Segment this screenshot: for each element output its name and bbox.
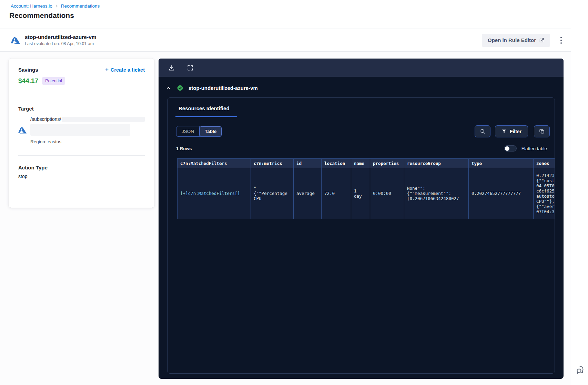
cell-id: average bbox=[294, 168, 322, 219]
cell-location: 72.0 bbox=[322, 168, 351, 219]
target-block: /subscriptions/ Region: eastus bbox=[18, 116, 145, 144]
download-icon bbox=[168, 64, 175, 71]
chevron-up-icon bbox=[166, 85, 171, 91]
summary-card: Savings + Create a ticket $44.17 Potenti… bbox=[9, 59, 154, 208]
support-chat-button[interactable] bbox=[575, 363, 587, 376]
resources-table: c7n:MatchedFilters c7n:metrics id locati… bbox=[177, 158, 555, 219]
redacted-subscription-id bbox=[62, 117, 145, 122]
cell-metrics: " {""Percentage CPU bbox=[251, 168, 294, 219]
col-header-location: location bbox=[322, 159, 351, 168]
table-header-row: c7n:MatchedFilters c7n:metrics id locati… bbox=[178, 159, 555, 168]
cell-zones: 0.21423 {""cost 04-05T0 c6cf625 autosto … bbox=[534, 168, 555, 219]
flatten-table-label: Flatten table bbox=[521, 146, 547, 151]
breadcrumb-current-link[interactable]: Recommendations bbox=[61, 3, 100, 9]
col-header-matched-filters: c7n:MatchedFilters bbox=[178, 159, 251, 168]
rows-count: 1 Rows bbox=[176, 146, 192, 151]
chat-bubbles-icon bbox=[575, 363, 587, 375]
cell-properties: 0:00:00 bbox=[370, 168, 404, 219]
last-evaluated-text: Last evaluated on: 08 Apr, 10:01 am bbox=[25, 41, 97, 46]
breadcrumb: Account: Harness.io Recommendations bbox=[11, 3, 100, 9]
card-divider bbox=[18, 96, 145, 96]
col-header-properties: properties bbox=[370, 159, 404, 168]
toggle-knob bbox=[505, 146, 509, 151]
plus-icon: + bbox=[105, 67, 109, 73]
azure-icon-small bbox=[18, 126, 27, 135]
breadcrumb-account-link[interactable]: Account: Harness.io bbox=[11, 3, 52, 9]
panel-toolbar bbox=[159, 59, 564, 77]
view-toggle-json[interactable]: JSON bbox=[176, 126, 200, 136]
create-ticket-link[interactable]: + Create a ticket bbox=[105, 67, 145, 73]
filter-label: Filter bbox=[510, 129, 521, 134]
fullscreen-icon bbox=[187, 64, 194, 71]
breadcrumb-separator-icon bbox=[55, 4, 59, 8]
page-title: Recommendations bbox=[9, 11, 74, 20]
download-button[interactable] bbox=[168, 64, 176, 72]
view-toggle: JSON Table bbox=[176, 126, 222, 137]
col-header-resource-group: resourceGroup bbox=[404, 159, 469, 168]
cell-matched-filters: [+]c7n:MatchedFilters[] bbox=[178, 168, 251, 219]
active-tab-underline bbox=[175, 116, 237, 117]
right-rail bbox=[571, 0, 588, 385]
action-type-value: stop bbox=[18, 174, 145, 179]
cell-name: 1 day bbox=[351, 168, 370, 219]
resources-table-container: c7n:MatchedFilters c7n:metrics id locati… bbox=[177, 158, 555, 219]
search-button[interactable] bbox=[475, 125, 490, 137]
potential-badge: Potential bbox=[42, 77, 65, 85]
copy-button[interactable] bbox=[534, 125, 550, 137]
action-type-label: Action Type bbox=[18, 165, 145, 170]
recommendation-header: stop-underutilized-azure-vm Last evaluat… bbox=[0, 29, 571, 52]
create-ticket-label: Create a ticket bbox=[111, 67, 145, 73]
savings-label: Savings bbox=[18, 67, 38, 73]
col-header-id: id bbox=[294, 159, 322, 168]
more-options-button[interactable] bbox=[556, 34, 566, 46]
fullscreen-button[interactable] bbox=[186, 64, 194, 72]
savings-amount: $44.17 bbox=[18, 77, 38, 85]
resources-panel: Resources Identified JSON Table Filter bbox=[167, 97, 555, 374]
section-header: stop-underutilized-azure-vm bbox=[165, 84, 258, 91]
col-header-zones: zones bbox=[534, 159, 555, 168]
success-check-icon bbox=[177, 85, 183, 91]
open-in-rule-editor-button[interactable]: Open in Rule Editor bbox=[482, 34, 550, 47]
search-icon bbox=[480, 128, 486, 134]
card-divider bbox=[18, 155, 145, 156]
target-label: Target bbox=[18, 106, 145, 112]
cell-type: 0.20274652777777777 bbox=[469, 168, 534, 219]
expand-matched-filters-link[interactable]: [+]c7n:MatchedFilters[] bbox=[180, 191, 240, 196]
recommendation-titles: stop-underutilized-azure-vm Last evaluat… bbox=[25, 34, 97, 46]
table-controls: JSON Table Filter bbox=[168, 126, 555, 138]
open-in-rule-editor-label: Open in Rule Editor bbox=[488, 37, 536, 43]
details-panel: stop-underutilized-azure-vm Resources Id… bbox=[159, 59, 564, 379]
azure-icon bbox=[10, 35, 21, 45]
view-toggle-table[interactable]: Table bbox=[200, 126, 222, 136]
cell-resource-group: None"": {""measurement"": [0.20671066342… bbox=[404, 168, 469, 219]
target-region: Region: eastus bbox=[30, 139, 145, 144]
col-header-metrics: c7n:metrics bbox=[251, 159, 294, 168]
col-header-name: name bbox=[351, 159, 370, 168]
flatten-table-toggle[interactable] bbox=[504, 145, 517, 152]
copy-icon bbox=[539, 128, 545, 134]
page: Account: Harness.io Recommendations Reco… bbox=[0, 0, 588, 385]
external-link-icon bbox=[539, 38, 544, 43]
redacted-resource-path bbox=[30, 124, 130, 136]
filter-icon bbox=[501, 129, 507, 134]
recommendation-name: stop-underutilized-azure-vm bbox=[25, 34, 97, 40]
col-header-type: type bbox=[469, 159, 534, 168]
tab-resources-identified[interactable]: Resources Identified bbox=[179, 105, 230, 111]
filter-button[interactable]: Filter bbox=[495, 125, 528, 137]
table-meta-row: 1 Rows Flatten table bbox=[168, 145, 555, 153]
target-path: /subscriptions/ bbox=[30, 116, 61, 122]
table-row: [+]c7n:MatchedFilters[] " {""Percentage … bbox=[178, 168, 555, 219]
collapse-button[interactable] bbox=[165, 84, 172, 91]
section-title: stop-underutilized-azure-vm bbox=[189, 85, 258, 91]
